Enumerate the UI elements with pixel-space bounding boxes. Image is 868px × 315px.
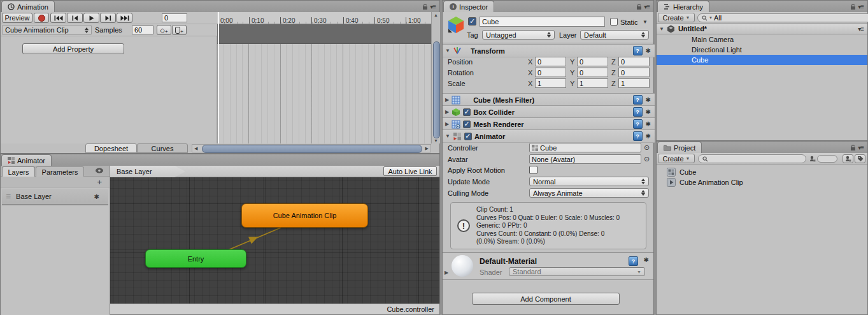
add-keyframe-button[interactable]: ◇+ xyxy=(157,25,171,35)
next-key-button[interactable] xyxy=(100,13,116,23)
add-component-button[interactable]: Add Component xyxy=(472,293,620,305)
panel-menu-icon[interactable]: ▾≡ xyxy=(644,3,650,10)
position-y-field[interactable]: 0 xyxy=(577,57,608,66)
gear-icon[interactable]: ✱ xyxy=(646,108,651,115)
foldout-icon[interactable]: ▼ xyxy=(445,48,450,54)
eye-icon[interactable] xyxy=(95,167,104,174)
search-by-type-button[interactable] xyxy=(843,154,853,163)
layer-dropdown[interactable]: Default xyxy=(580,30,649,40)
breadcrumb-base-layer[interactable]: Base Layer xyxy=(110,166,185,177)
hierarchy-create-button[interactable]: Create ▼ xyxy=(658,13,695,22)
timeline-ruler[interactable]: 0:00 0:10 0:20 0:30 0:40 0:50 1:00 xyxy=(217,12,431,24)
controller-object-field[interactable]: Cube xyxy=(529,143,641,152)
gear-icon[interactable]: ✱ xyxy=(646,121,651,128)
add-event-button[interactable]: + xyxy=(172,25,187,35)
tab-parameters[interactable]: Parameters xyxy=(36,166,84,177)
gear-icon[interactable]: ✱ xyxy=(646,133,651,140)
object-picker-icon[interactable]: ⊙ xyxy=(644,155,650,163)
clip-dropdown[interactable]: Cube Animation Clip xyxy=(2,25,92,35)
hierarchy-window-controls[interactable]: ▾≡ xyxy=(850,3,864,10)
layer-item-base-layer[interactable]: ☰ Base Layer ✱ xyxy=(2,189,108,205)
object-picker-icon[interactable]: ⊙ xyxy=(644,143,650,152)
tab-curves[interactable]: Curves xyxy=(137,143,188,153)
help-icon[interactable]: ? xyxy=(633,131,643,141)
apply-root-motion-checkbox[interactable] xyxy=(529,166,537,174)
goto-start-button[interactable] xyxy=(50,13,66,23)
prev-key-button[interactable] xyxy=(67,13,83,23)
foldout-icon[interactable]: ▶ xyxy=(445,121,449,127)
foldout-icon[interactable]: ▼ xyxy=(445,133,450,139)
tab-layers[interactable]: Layers xyxy=(2,166,35,177)
project-item-cube-animation-clip[interactable]: Cube Animation Clip xyxy=(657,177,867,187)
tab-dopesheet[interactable]: Dopesheet xyxy=(85,143,137,153)
scale-z-field[interactable]: 1 xyxy=(618,78,650,88)
add-property-button[interactable]: Add Property xyxy=(22,43,124,54)
active-checkbox[interactable]: ✓ xyxy=(468,17,476,26)
shader-dropdown[interactable]: Standard ▼ xyxy=(509,267,645,276)
panel-menu-icon[interactable]: ▾≡ xyxy=(858,3,864,10)
add-layer-button[interactable]: + xyxy=(97,177,102,187)
foldout-icon[interactable]: ▶ xyxy=(445,270,448,275)
hierarchy-search-field[interactable]: ▼ All xyxy=(697,13,868,22)
column-slider[interactable] xyxy=(817,155,837,163)
project-search-field[interactable] xyxy=(698,154,806,163)
gear-icon[interactable]: ✱ xyxy=(646,96,651,103)
static-checkbox[interactable] xyxy=(610,18,618,26)
avatar-object-field[interactable]: None (Avatar) xyxy=(529,154,641,164)
tab-inspector[interactable]: i Inspector xyxy=(443,1,494,12)
samples-field[interactable]: 60 xyxy=(132,26,153,34)
scale-x-field[interactable]: 1 xyxy=(535,78,566,88)
gear-icon[interactable]: ✱ xyxy=(644,256,649,263)
lock-icon[interactable] xyxy=(850,145,856,151)
search-by-type-control[interactable] xyxy=(809,154,840,163)
scroll-left-icon[interactable]: ◀ xyxy=(194,146,197,151)
lock-icon[interactable] xyxy=(636,4,642,10)
project-item-cube-controller[interactable]: Cube xyxy=(657,167,867,177)
help-icon[interactable]: ? xyxy=(629,256,638,266)
foldout-icon[interactable]: ▶ xyxy=(445,109,449,115)
gear-icon[interactable]: ✱ xyxy=(646,47,651,54)
position-z-field[interactable]: 0 xyxy=(618,57,650,66)
lock-icon[interactable] xyxy=(422,4,428,10)
tab-animation[interactable]: Animation xyxy=(1,1,55,12)
scroll-up-icon[interactable]: ▲ xyxy=(434,13,438,17)
tag-dropdown[interactable]: Untagged xyxy=(482,30,555,40)
inspector-window-controls[interactable]: ▾≡ xyxy=(636,3,650,10)
box-collider-checkbox[interactable]: ✓ xyxy=(463,108,471,116)
foldout-icon[interactable]: ▼ xyxy=(659,26,664,32)
project-create-button[interactable]: Create ▼ xyxy=(658,154,695,163)
rotation-x-field[interactable]: 0 xyxy=(535,68,566,77)
project-window-controls[interactable]: ▾≡ xyxy=(850,144,864,151)
rotation-y-field[interactable]: 0 xyxy=(577,68,608,77)
panel-menu-icon[interactable]: ▾≡ xyxy=(430,3,436,10)
hierarchy-item-directional-light[interactable]: Directional Light xyxy=(657,45,867,55)
animation-window-controls[interactable]: ▾≡ xyxy=(422,3,436,10)
auto-live-link-button[interactable]: Auto Live Link xyxy=(383,166,437,176)
layer-settings-gear-icon[interactable]: ✱ xyxy=(94,193,99,200)
hierarchy-item-main-camera[interactable]: Main Camera xyxy=(657,34,867,45)
search-filter-arrow-icon[interactable]: ▼ xyxy=(709,16,713,20)
foldout-icon[interactable]: ▶ xyxy=(445,97,449,103)
hscroll-thumb[interactable] xyxy=(202,145,422,153)
help-icon[interactable]: ? xyxy=(633,46,643,55)
drag-handle-icon[interactable]: ☰ xyxy=(6,193,11,200)
scene-menu-icon[interactable]: ▾≡ xyxy=(858,26,864,33)
preview-button[interactable]: Preview xyxy=(2,13,32,23)
panel-menu-icon[interactable]: ▾≡ xyxy=(858,144,864,151)
animator-component-header[interactable]: ▼ ✓ Animator ? ✱ xyxy=(443,129,655,143)
timeline-hscrollbar[interactable]: ◀ ▶ xyxy=(192,144,431,152)
box-collider-header[interactable]: ▶ ✓ Box Collider ? ✱ xyxy=(443,105,655,119)
help-icon[interactable]: ? xyxy=(633,119,643,129)
scene-header-row[interactable]: ▼ Untitled* ▾≡ xyxy=(657,24,867,34)
help-icon[interactable]: ? xyxy=(633,107,643,117)
goto-end-button[interactable] xyxy=(117,13,132,23)
dopesheet-grid[interactable] xyxy=(217,44,431,143)
tab-animator[interactable]: Animator xyxy=(1,154,52,166)
state-node-cube-animation-clip[interactable]: Cube Animation Clip xyxy=(241,203,368,228)
mesh-renderer-checkbox[interactable]: ✓ xyxy=(463,121,471,128)
scroll-down-icon[interactable]: ▼ xyxy=(434,138,438,143)
culling-mode-dropdown[interactable]: Always Animate xyxy=(529,188,649,198)
animator-checkbox[interactable]: ✓ xyxy=(464,133,472,140)
play-button[interactable] xyxy=(83,13,99,23)
state-machine-graph[interactable]: Cube Animation Clip Entry xyxy=(110,177,439,304)
